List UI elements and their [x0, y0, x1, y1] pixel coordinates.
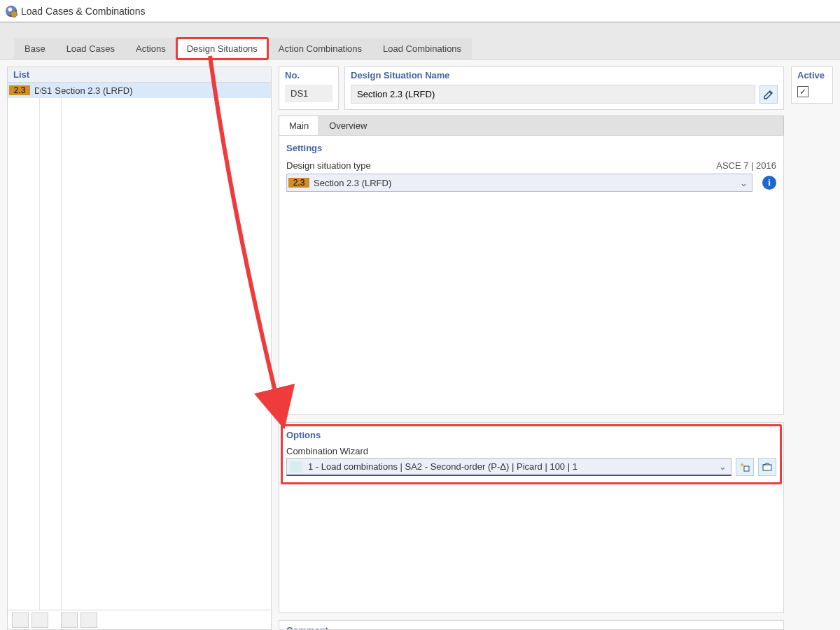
chevron-down-icon: ⌄	[738, 178, 749, 188]
name-input[interactable]	[351, 85, 755, 104]
no-value: DS1	[285, 85, 332, 102]
tab-load-combinations-label: Load Combinations	[383, 43, 461, 54]
ds-type-label: Design situation type ASCE 7 | 2016	[286, 160, 776, 171]
tab-action-combinations-label: Action Combinations	[279, 43, 362, 54]
row-code: DS1	[34, 85, 52, 96]
subtab-overview[interactable]: Overview	[319, 116, 377, 135]
options-title: Options	[286, 430, 776, 440]
settings-panel: Settings Design situation type ASCE 7 | …	[279, 135, 784, 415]
wizard-color-swatch	[290, 461, 302, 472]
edit-name-button[interactable]	[760, 85, 778, 104]
wizard-new-button[interactable]	[736, 458, 754, 476]
chevron-down-icon: ⌄	[717, 461, 728, 472]
subtab-main[interactable]: Main	[279, 116, 319, 135]
list-row[interactable]: 2.3 DS1 Section 2.3 (LRFD)	[8, 83, 271, 98]
active-box: Active ✓	[791, 66, 833, 104]
wizard-edit-button[interactable]	[758, 458, 776, 476]
tab-base-label: Base	[24, 43, 46, 54]
svg-rect-0	[744, 466, 749, 471]
subtab-overview-label: Overview	[329, 120, 367, 131]
settings-title: Settings	[286, 143, 776, 153]
tab-design-situations[interactable]: Design Situations	[176, 38, 268, 59]
window-title: Load Cases & Combinations	[21, 6, 145, 17]
wizard-label: Combination Wizard	[286, 446, 776, 456]
tab-load-cases[interactable]: Load Cases	[56, 38, 125, 59]
info-icon[interactable]: i	[762, 176, 776, 190]
tab-actions[interactable]: Actions	[125, 38, 176, 59]
main-tabstrip: Base Load Cases Actions Design Situation…	[14, 37, 840, 59]
options-panel: Options Combination Wizard 1 - Load comb…	[279, 422, 784, 613]
sparkle-new-icon	[740, 462, 750, 472]
active-label: Active	[792, 67, 832, 85]
tab-design-situations-label: Design Situations	[187, 43, 258, 54]
standard-label: ASCE 7 | 2016	[716, 160, 776, 171]
ds-type-value: Section 2.3 (LRFD)	[314, 178, 391, 188]
toolbar-btn-4[interactable]	[80, 612, 97, 628]
row-badge: 2.3	[9, 85, 30, 95]
ds-type-label-text: Design situation type	[286, 160, 371, 171]
wizard-select[interactable]: 1 - Load combinations | SA2 - Second-ord…	[286, 458, 732, 476]
app-icon	[6, 6, 17, 17]
wizard-value: 1 - Load combinations | SA2 - Second-ord…	[308, 461, 578, 472]
tab-action-combinations[interactable]: Action Combinations	[268, 38, 372, 59]
tab-load-combinations[interactable]: Load Combinations	[372, 38, 472, 59]
row-label: Section 2.3 (LRFD)	[55, 85, 132, 96]
toolbar-btn-3[interactable]	[61, 612, 78, 628]
list-panel: List 2.3 DS1 Section 2.3 (LRFD)	[7, 66, 272, 630]
list-panel-header: List	[8, 67, 271, 83]
titlebar: Load Cases & Combinations	[0, 0, 840, 22]
list-body: 2.3 DS1 Section 2.3 (LRFD)	[8, 83, 271, 610]
pencil-icon	[763, 89, 774, 100]
subtab-main-label: Main	[289, 120, 309, 131]
tab-load-cases-label: Load Cases	[66, 43, 115, 54]
no-box: No. DS1	[279, 66, 339, 110]
comment-title: Comment	[286, 625, 776, 630]
comment-panel: Comment	[279, 620, 784, 630]
toolbar-btn-2[interactable]	[31, 612, 48, 628]
tab-base[interactable]: Base	[14, 38, 56, 59]
list-toolbar	[8, 610, 271, 629]
active-checkbox[interactable]: ✓	[797, 86, 808, 97]
name-box: Design Situation Name	[344, 66, 784, 110]
toolbar-btn-1[interactable]	[12, 612, 29, 628]
folder-open-icon	[762, 462, 772, 472]
name-label: Design Situation Name	[345, 67, 783, 85]
ds-type-select[interactable]: 2.3 Section 2.3 (LRFD) ⌄	[286, 174, 752, 192]
no-label: No.	[279, 67, 338, 85]
subtabs: Main Overview	[279, 115, 784, 135]
svg-rect-1	[763, 465, 771, 470]
tab-actions-label: Actions	[136, 43, 166, 54]
ds-type-badge: 2.3	[288, 178, 309, 188]
